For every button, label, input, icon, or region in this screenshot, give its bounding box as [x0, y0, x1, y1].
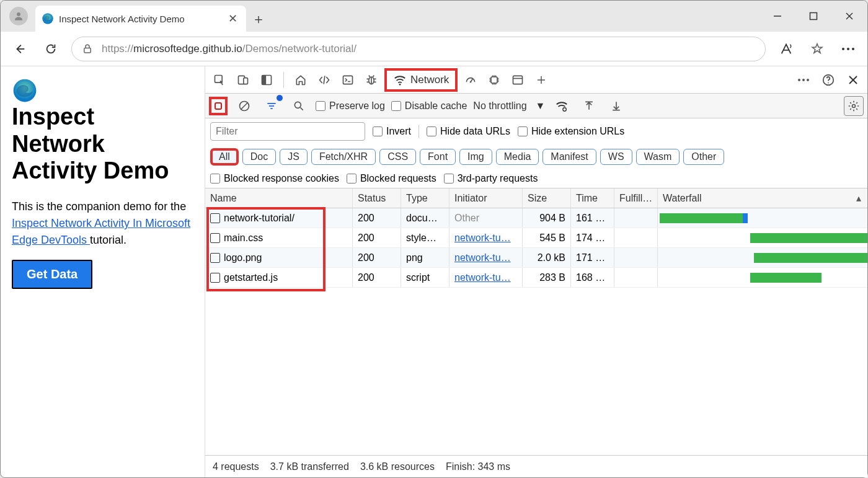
third-party-checkbox[interactable]: 3rd-party requests	[444, 173, 538, 184]
col-type[interactable]: Type	[401, 188, 450, 208]
col-time[interactable]: Time	[571, 188, 614, 208]
file-icon	[210, 233, 220, 243]
col-fulfilled[interactable]: Fulfill…	[614, 188, 658, 208]
tab-memory[interactable]	[484, 69, 505, 91]
more-tabs-button[interactable]	[531, 69, 552, 91]
tab-title: Inspect Network Activity Demo	[59, 14, 223, 24]
throttling-select[interactable]: No throttling▼	[473, 100, 545, 112]
read-aloud-button[interactable]	[776, 38, 797, 60]
type-filter-font[interactable]: Font	[420, 149, 456, 165]
minimize-button[interactable]	[760, 1, 795, 32]
request-waterfall	[658, 228, 867, 247]
devtools-help-button[interactable]	[818, 69, 839, 91]
tab-network[interactable]: Network	[384, 68, 458, 92]
tab-performance[interactable]	[460, 69, 481, 91]
initiator-link[interactable]: network-tu…	[454, 272, 511, 283]
invert-checkbox[interactable]: Invert	[373, 126, 411, 137]
col-status[interactable]: Status	[353, 188, 401, 208]
grid-body: network-tutorial/200docu…Other904 B161 ……	[205, 208, 867, 288]
request-size: 283 B	[523, 268, 571, 287]
tab-sources[interactable]	[361, 69, 382, 91]
request-status: 200	[353, 208, 401, 228]
type-filter-ws[interactable]: WS	[600, 149, 632, 165]
export-har-button[interactable]	[578, 95, 600, 117]
network-conditions-button[interactable]	[551, 95, 572, 117]
refresh-button[interactable]	[40, 38, 61, 60]
request-row[interactable]: logo.png200pngnetwork-tu…2.0 kB171 …	[205, 248, 867, 268]
get-data-button[interactable]: Get Data	[12, 260, 92, 289]
request-row[interactable]: network-tutorial/200docu…Other904 B161 …	[205, 208, 867, 228]
col-initiator[interactable]: Initiator	[450, 188, 523, 208]
request-size: 904 B	[523, 208, 571, 228]
svg-rect-3	[810, 13, 817, 20]
tab-elements[interactable]	[314, 69, 335, 91]
hide-data-urls-checkbox[interactable]: Hide data URLs	[427, 126, 510, 137]
request-time: 168 …	[571, 268, 614, 287]
network-statusbar: 4 requests 3.7 kB transferred 3.6 kB res…	[205, 455, 867, 477]
status-resources: 3.6 kB resources	[360, 461, 435, 472]
svg-point-46	[852, 104, 856, 107]
maximize-button[interactable]	[795, 1, 831, 32]
initiator-link[interactable]: network-tu…	[454, 252, 511, 263]
network-toolbar: Preserve log Disable cache No throttling…	[205, 94, 867, 118]
type-filter-img[interactable]: Img	[459, 149, 492, 165]
record-button[interactable]	[209, 97, 228, 115]
svg-rect-23	[513, 76, 523, 84]
tab-welcome[interactable]	[290, 69, 311, 91]
tab-close-button[interactable]: ✕	[228, 12, 237, 25]
disable-cache-checkbox[interactable]: Disable cache	[391, 100, 467, 112]
tab-application[interactable]	[507, 69, 528, 91]
settings-menu-button[interactable]	[838, 38, 859, 60]
page-title: Inspect Network Activity Demo	[12, 77, 193, 185]
request-row[interactable]: main.css200style…network-tu…545 B174 …	[205, 228, 867, 248]
plus-icon	[536, 74, 547, 86]
device-emulation-button[interactable]	[232, 69, 254, 91]
request-initiator: Other	[450, 208, 523, 228]
clear-button[interactable]	[234, 95, 255, 117]
back-button[interactable]	[9, 38, 30, 60]
browser-tab[interactable]: Inspect Network Activity Demo ✕	[35, 6, 246, 32]
col-size[interactable]: Size	[523, 188, 571, 208]
blocked-cookies-checkbox[interactable]: Blocked response cookies	[210, 173, 339, 184]
request-row[interactable]: getstarted.js200scriptnetwork-tu…283 B16…	[205, 268, 867, 288]
preserve-log-checkbox[interactable]: Preserve log	[316, 100, 385, 112]
type-filter-fetchxhr[interactable]: Fetch/XHR	[311, 149, 376, 165]
network-settings-button[interactable]	[844, 96, 864, 116]
status-finish: Finish: 343 ms	[446, 461, 510, 472]
code-icon	[318, 74, 330, 86]
type-filter-other[interactable]: Other	[683, 149, 724, 165]
devtools-close-button[interactable]	[843, 69, 864, 91]
type-filter-media[interactable]: Media	[496, 149, 539, 165]
close-button[interactable]	[831, 1, 867, 32]
inspect-element-button[interactable]	[209, 69, 230, 91]
col-name[interactable]: Name	[205, 188, 353, 208]
col-waterfall[interactable]: Waterfall	[658, 188, 867, 208]
hide-extension-urls-checkbox[interactable]: Hide extension URLs	[518, 126, 624, 137]
profile-button[interactable]	[9, 7, 28, 25]
dock-side-button[interactable]	[256, 69, 277, 91]
search-button[interactable]	[288, 95, 309, 117]
import-har-button[interactable]	[606, 95, 627, 117]
filter-input[interactable]	[210, 122, 365, 141]
svg-point-19	[399, 83, 401, 85]
initiator-link[interactable]: network-tu…	[454, 232, 511, 244]
svg-point-41	[563, 107, 567, 111]
svg-point-31	[828, 82, 829, 83]
tab-console[interactable]	[337, 69, 358, 91]
type-filter-js[interactable]: JS	[280, 149, 308, 165]
type-filter-css[interactable]: CSS	[379, 149, 416, 165]
type-filter-manifest[interactable]: Manifest	[542, 149, 596, 165]
type-filter-all[interactable]: All	[210, 148, 239, 166]
type-filter-wasm[interactable]: Wasm	[636, 149, 680, 165]
devtools-more-button[interactable]	[793, 69, 814, 91]
more-icon	[841, 46, 855, 51]
blocked-requests-checkbox[interactable]: Blocked requests	[347, 173, 436, 184]
request-name: logo.png	[224, 252, 262, 263]
favorite-button[interactable]	[807, 38, 828, 60]
request-type: script	[401, 268, 450, 287]
type-filter-doc[interactable]: Doc	[242, 149, 276, 165]
url-field[interactable]: https://microsoftedge.github.io/Demos/ne…	[71, 37, 766, 61]
new-tab-button[interactable]: ＋	[246, 7, 271, 32]
request-name: main.css	[224, 232, 263, 244]
filter-toggle-button[interactable]	[261, 95, 282, 117]
